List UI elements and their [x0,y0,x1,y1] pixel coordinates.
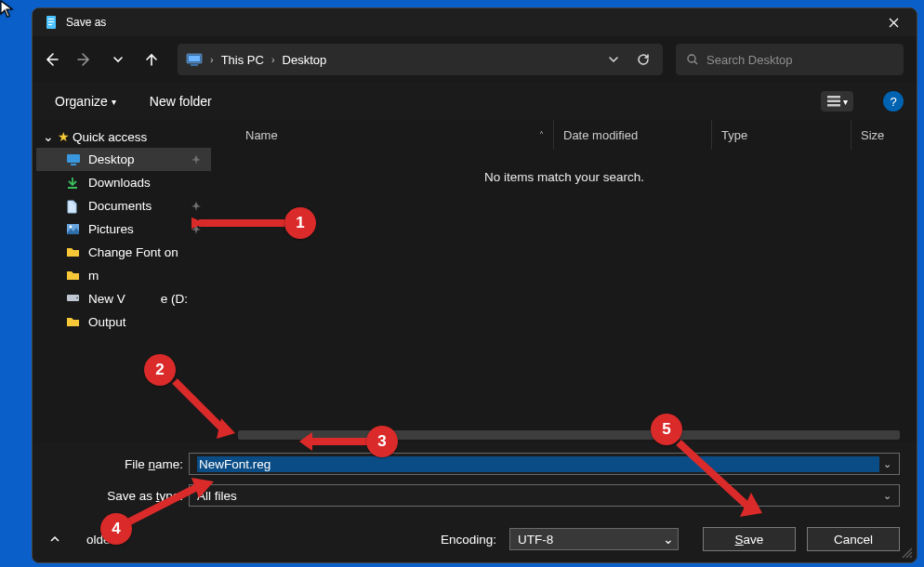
savetype-combo[interactable]: All files ⌄ [189,484,900,507]
folder-icon [66,270,81,283]
svg-rect-10 [827,104,840,107]
help-button[interactable]: ? [883,91,904,112]
address-dropdown-button[interactable] [599,45,628,74]
sort-indicator-icon: ˄ [539,130,544,140]
forward-button[interactable] [70,45,99,74]
save-form: File name: NewFont.reg ⌄ Save as type: A… [33,442,917,562]
desktop-icon [66,153,81,166]
organize-menu[interactable]: Organize ▾ [49,90,122,112]
sidebar-item-downloads[interactable]: Downloads [36,171,211,194]
search-input[interactable] [706,53,893,67]
column-name[interactable]: Name ˄ [212,120,554,150]
hide-folders-label: olders [66,533,121,547]
sidebar-item-label: Pictures [88,222,134,236]
resize-grip[interactable] [900,546,913,559]
new-folder-button[interactable]: New folder [144,90,218,112]
sidebar-item-label: Downloads [88,176,151,190]
search-icon [686,53,699,66]
svg-rect-13 [68,187,77,189]
svg-rect-1 [48,19,54,20]
breadcrumb-desktop[interactable]: Desktop [279,49,331,71]
svg-rect-12 [71,164,76,165]
new-folder-label: New folder [150,94,212,109]
sidebar-item-label: Change Font on [88,245,178,259]
chevron-down-icon[interactable]: ⌄ [879,490,895,502]
quick-access-label: Quick access [73,130,147,144]
titlebar: Save as [33,8,917,36]
sidebar-item-suffix: e (D: [161,292,188,306]
toolbar: Organize ▾ New folder ▾ ? [33,83,917,120]
sidebar-item-label: New V [88,292,125,306]
encoding-label: Encoding: [441,533,496,547]
sidebar-item-label: Documents [88,199,152,213]
sidebar: ⌄ ★ Quick access Desktop Downloads Docum… [33,120,211,442]
sidebar-item-label: m [88,269,99,283]
window-title: Save as [66,16,106,29]
sidebar-item-change-font[interactable]: Change Font on [36,241,211,264]
sidebar-item-output[interactable]: Output [36,310,211,334]
sidebar-item-pictures[interactable]: Pictures [36,218,211,241]
chevron-down-icon[interactable]: ⌄ [879,458,895,470]
column-date[interactable]: Date modified [554,120,712,150]
savetype-value: All files [197,489,879,503]
refresh-button[interactable] [628,45,658,74]
sidebar-item-documents[interactable]: Documents [36,194,211,218]
this-pc-icon [186,52,203,67]
quick-access-header[interactable]: ⌄ ★ Quick access [36,125,211,148]
empty-message: No items match your search. [484,170,644,184]
cancel-button[interactable]: Cancel [807,527,900,551]
encoding-value: UTF-8 [518,533,663,547]
chevron-right-icon[interactable]: › [268,54,279,65]
pin-icon [191,224,204,235]
back-button[interactable] [36,45,66,74]
sidebar-item-desktop[interactable]: Desktop [36,148,211,171]
pin-icon [191,201,204,212]
svg-point-7 [688,55,695,62]
breadcrumb-this-pc[interactable]: This PC [218,49,268,71]
filename-value: NewFont.reg [197,456,879,472]
svg-rect-6 [191,64,198,66]
svg-rect-9 [827,100,840,103]
folder-icon [66,316,81,329]
savetype-label: Save as type: [49,489,189,503]
horizontal-scrollbar[interactable] [238,430,900,440]
address-bar[interactable]: › This PC › Desktop [178,44,663,75]
chevron-down-icon: ⌄ [42,129,55,144]
column-type[interactable]: Type [712,120,851,150]
encoding-combo[interactable]: UTF-8 ⌄ [509,528,679,550]
column-size[interactable]: Size [851,120,917,150]
chevron-up-icon [49,534,60,545]
document-icon [66,200,81,213]
star-icon: ★ [58,129,70,144]
svg-point-15 [70,225,73,228]
view-options-button[interactable]: ▾ [821,91,853,112]
download-icon [66,177,81,190]
filename-combo[interactable]: NewFont.reg ⌄ [189,453,900,475]
svg-point-17 [76,297,78,298]
close-button[interactable] [872,8,915,36]
chevron-right-icon[interactable]: › [206,54,218,65]
svg-rect-8 [827,96,840,99]
file-list: No items match your search. [212,150,917,430]
svg-rect-2 [48,21,54,22]
save-button[interactable]: Save [703,527,796,551]
hide-folders-toggle[interactable]: olders [49,533,121,547]
folder-icon [66,246,81,259]
mouse-cursor [0,0,15,22]
search-box[interactable] [676,44,904,75]
sidebar-item-m[interactable]: m [36,264,211,287]
sidebar-item-new-volume[interactable]: New V e (D: [36,287,211,310]
filename-label: File name: [49,457,189,471]
chevron-down-icon[interactable]: ⌄ [663,532,674,547]
svg-rect-3 [48,24,52,25]
pin-icon [191,154,204,165]
drive-icon [66,293,81,306]
up-button[interactable] [137,45,166,74]
list-view-icon [826,95,841,108]
file-pane: Name ˄ Date modified Type Size No items … [211,120,917,442]
chevron-down-icon: ▾ [112,97,116,107]
recent-locations-button[interactable] [103,45,133,74]
column-headers: Name ˄ Date modified Type Size [212,120,917,150]
main-area: ⌄ ★ Quick access Desktop Downloads Docum… [33,120,917,442]
picture-icon [66,223,81,236]
